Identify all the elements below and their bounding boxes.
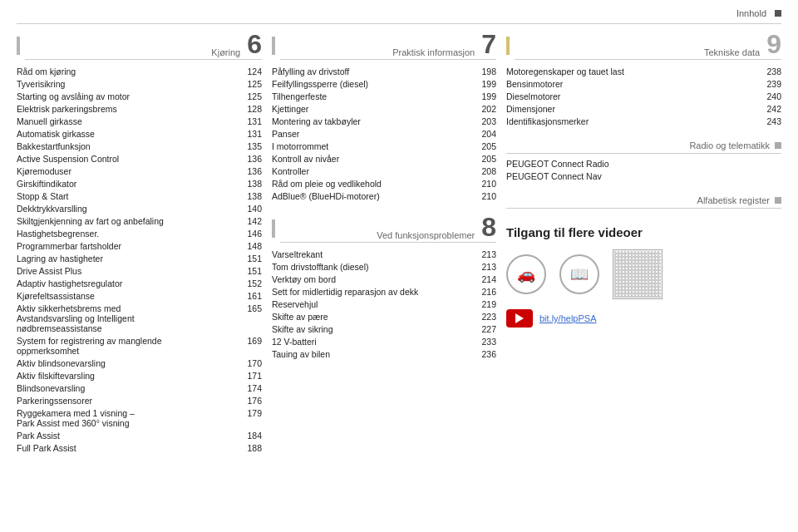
toc-page: 125 [239,79,262,89]
toc-page: 233 [473,337,496,347]
toc-page: 240 [758,91,781,101]
list-item: Parkeringssensorer176 [17,394,262,406]
toc-page: 216 [473,287,496,297]
radio-entries: PEUGEOT Connect RadioPEUGEOT Connect Nav [506,157,781,182]
list-item: Feilfyllingssperre (diesel)199 [272,77,496,90]
list-item: Elektrisk parkeringsbrems128 [17,102,262,115]
toc-page: 128 [239,104,262,114]
bit-link[interactable]: bit.ly/helpPSA [539,313,596,323]
toc-page: 140 [239,204,262,214]
toc-label: Kontroll av nivåer [272,154,473,164]
tekniske-header: Tekniske data 9 [506,31,781,60]
list-item: Kjørefeltsassistanse161 [17,289,262,302]
toc-label: I motorrommet [272,141,473,151]
toc-label: Programmerbar fartsholder [17,241,239,251]
toc-page: 146 [239,229,262,239]
book-icon: 📖 [559,254,599,294]
toc-label: Panser [272,129,473,139]
toc-label: Park Assist [17,431,239,441]
toc-page: 213 [473,262,496,272]
toc-page: 184 [239,431,262,441]
list-item: Råd om pleie og vedlikehold210 [272,177,496,190]
toc-label: Skifte av pære [272,312,473,322]
toc-label: Kjørefeltsassistanse [17,291,239,301]
toc-page: 161 [239,291,262,301]
col-kjoring: Kjøring 6 Råd om kjøring124Tyverisikring… [17,31,262,521]
toc-label: Råd om kjøring [17,66,239,76]
toc-page: 124 [239,66,262,76]
list-item: Skifte av pære223 [272,310,496,323]
tekniske-entries: Motoregenskaper og tauet last238Bensinmo… [506,65,781,127]
toc-label: System for registrering av manglende opp… [17,336,239,356]
praktisk-title-row: Praktisk informasjon 7 [280,31,496,60]
header-title: Innhold [736,8,766,18]
toc-page: 204 [473,129,496,139]
toc-label: Tilhengerfeste [272,91,473,101]
toc-label: Full Park Assist [17,443,239,453]
col-mid: Praktisk informasjon 7 Påfylling av driv… [272,31,496,521]
list-item: Sett for midlertidig reparasjon av dekk2… [272,285,496,298]
list-item: Aktiv filskiftevarsling171 [17,369,262,382]
kjoring-entries: Råd om kjøring124Tyverisikring125Startin… [17,65,262,454]
toc-label: Bensinmotorer [506,79,758,89]
praktisk-section-name: Praktisk informasjon [280,47,475,57]
list-item: Varseltrekant213 [272,248,496,260]
toc-label: Råd om pleie og vedlikehold [272,179,473,189]
toc-label: Starting og avslåing av motor [17,91,239,101]
toc-page: 131 [239,116,262,126]
toc-page: 210 [473,179,496,189]
list-item: Motoregenskaper og tauet last238 [506,65,781,77]
list-item: Tilhengerfeste199 [272,90,496,102]
list-item: Drive Assist Plus151 [17,264,262,277]
toc-label: 12 V-batteri [272,337,473,347]
list-item: Automatisk girkasse131 [17,127,262,140]
list-item: Bakkestartfunksjon135 [17,140,262,152]
list-item: Kontroll av nivåer205 [272,152,496,165]
toc-page: 199 [473,91,496,101]
col-right: Tekniske data 9 Motoregenskaper og tauet… [506,31,781,521]
toc-page: 176 [239,396,262,406]
tekniske-section-number: 9 [766,31,781,57]
toc-page: 238 [758,66,781,76]
toc-page: 165 [239,303,262,333]
toc-label: Blindsonevarsling [17,383,239,393]
alfa-title: Alfabetisk register [506,195,770,205]
tilgang-section: Tilgang til flere videoer 🚗 📖 bit.ly/hel… [506,225,781,328]
list-item: Aktiv sikkerhetsbrems med Avstandsvarsli… [17,302,262,334]
toc-page: 198 [473,66,496,76]
toc-page: 243 [758,116,781,126]
toc-page: 142 [239,216,262,226]
toc-page: 170 [239,358,262,368]
toc-page: 138 [239,179,262,189]
youtube-play-icon [515,313,524,323]
toc-label: Dimensjoner [506,104,758,114]
kjoring-section-name: Kjøring [25,47,240,57]
tekniske-section-name: Tekniske data [515,47,760,57]
tekniske-bar [506,37,510,55]
header-square [775,10,781,17]
toc-page: 136 [239,166,262,176]
list-item: Identifikasjonsmerker243 [506,115,781,127]
list-item: Kjøremoduser136 [17,165,262,177]
list-item: Active Suspension Control136 [17,152,262,165]
toc-label: Ryggekamera med 1 visning – Park Assist … [17,408,239,428]
list-item: AdBlue® (BlueHDi-motorer)210 [272,190,496,202]
toc-label: Varseltrekant [272,249,473,259]
list-item: Kjettinger202 [272,102,496,115]
list-item: Tyverisikring125 [17,77,262,90]
kjoring-section-number: 6 [247,31,262,57]
toc-page: 214 [473,274,496,284]
toc-page: 125 [239,91,262,101]
toc-page: 131 [239,129,262,139]
toc-label: Girskiftindikator [17,179,239,189]
list-item: Dimensjoner242 [506,102,781,115]
toc-page: 151 [239,254,262,264]
toc-label: Feilfyllingssperre (diesel) [272,79,473,89]
toc-page: 208 [473,166,496,176]
alfa-header-row: Alfabetisk register [506,195,781,209]
youtube-row[interactable]: bit.ly/helpPSA [506,309,781,328]
list-item: Bensinmotorer239 [506,77,781,90]
list-item: PEUGEOT Connect Radio [506,157,781,170]
radio-section: Radio og telematikk PEUGEOT Connect Radi… [506,140,781,182]
toc-label: Adaptiv hastighetsregulator [17,278,239,288]
